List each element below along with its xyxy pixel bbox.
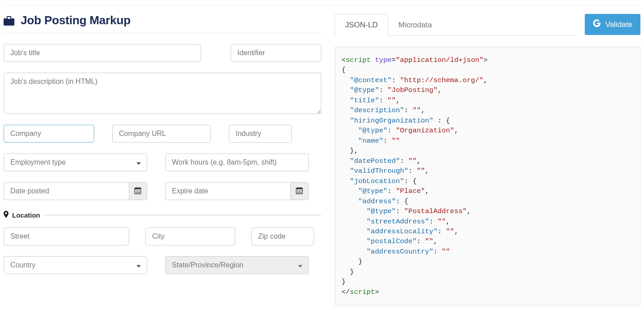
svg-rect-16 — [301, 187, 302, 189]
svg-rect-10 — [136, 192, 137, 193]
svg-rect-7 — [136, 190, 137, 191]
svg-rect-21 — [299, 192, 300, 193]
svg-rect-6 — [139, 187, 140, 189]
industry-input[interactable] — [229, 125, 292, 143]
briefcase-icon — [4, 16, 14, 26]
row-country-state — [4, 256, 321, 274]
output-tabs: JSON-LD Microdata — [335, 13, 576, 36]
svg-rect-18 — [299, 190, 300, 191]
svg-rect-4 — [135, 188, 141, 189]
row-dates — [4, 182, 321, 200]
location-legend: Location — [4, 211, 321, 219]
calendar-icon — [296, 187, 303, 196]
company-url-input[interactable] — [112, 125, 211, 143]
row-description — [4, 73, 321, 114]
output-panel: JSON-LD Microdata Validate <script type=… — [335, 13, 640, 306]
tab-microdata[interactable]: Microdata — [388, 14, 442, 36]
main-container: Job Posting Markup — [4, 13, 640, 306]
svg-rect-14 — [296, 188, 302, 189]
svg-rect-22 — [301, 192, 302, 193]
svg-rect-15 — [298, 187, 298, 189]
expire-date-input[interactable] — [165, 182, 290, 200]
row-address — [4, 227, 321, 245]
svg-rect-2 — [8, 17, 10, 19]
svg-rect-8 — [137, 190, 138, 191]
legend-divider — [44, 215, 322, 215]
svg-rect-11 — [137, 192, 138, 193]
zip-input[interactable] — [251, 227, 314, 245]
validate-button-label: Validate — [605, 20, 632, 29]
map-pin-icon — [4, 211, 9, 219]
page-title: Job Posting Markup — [21, 13, 131, 27]
svg-rect-12 — [139, 192, 140, 193]
date-posted-group — [4, 182, 147, 200]
page-title-row: Job Posting Markup — [4, 13, 321, 33]
svg-rect-5 — [136, 187, 137, 189]
svg-rect-19 — [301, 190, 302, 191]
svg-rect-20 — [298, 192, 298, 193]
code-output[interactable]: <script type="application/ld+json"> { "@… — [335, 47, 640, 306]
svg-rect-9 — [139, 190, 140, 191]
output-header: JSON-LD Microdata Validate — [335, 13, 640, 36]
city-input[interactable] — [145, 227, 235, 245]
location-legend-label: Location — [12, 211, 40, 219]
date-posted-calendar-button[interactable] — [129, 182, 147, 200]
row-employment — [4, 153, 321, 171]
company-input[interactable] — [4, 125, 94, 143]
svg-rect-0 — [4, 18, 14, 26]
job-title-input[interactable] — [4, 44, 201, 62]
date-posted-input[interactable] — [4, 182, 129, 200]
tab-jsonld[interactable]: JSON-LD — [335, 14, 388, 36]
svg-rect-17 — [298, 190, 298, 191]
row-company — [4, 125, 321, 143]
street-input[interactable] — [4, 227, 129, 245]
expire-date-group — [165, 182, 309, 200]
employment-type-select[interactable] — [4, 153, 147, 171]
country-select[interactable] — [4, 256, 147, 274]
validate-button[interactable]: Validate — [585, 14, 640, 35]
top-divider — [4, 4, 640, 5]
work-hours-input[interactable] — [165, 153, 309, 171]
expire-date-calendar-button[interactable] — [290, 182, 309, 200]
google-g-icon — [593, 19, 601, 30]
identifier-input[interactable] — [231, 44, 321, 62]
row-title-identifier — [4, 44, 321, 62]
state-select[interactable] — [165, 256, 309, 274]
calendar-icon — [134, 187, 141, 196]
form-panel: Job Posting Markup — [4, 13, 321, 306]
job-description-textarea[interactable] — [4, 73, 321, 114]
